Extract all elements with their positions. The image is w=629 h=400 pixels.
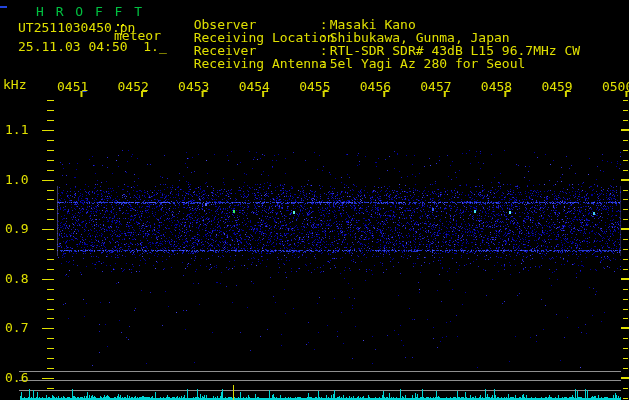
- time-label-0453: 0453: [178, 80, 209, 94]
- freq-label-1.0: 1.0: [5, 173, 39, 187]
- freq-axis-unit-label: kHz: [3, 78, 26, 92]
- hrofft-screen: { "app": { "name": "HROFFT spectrogram v…: [0, 0, 629, 400]
- time-label-0455: 0455: [299, 80, 330, 94]
- info-row-antenna: Receiving Antenna:5el Yagi Az 280 for Se…: [178, 43, 525, 71]
- freq-label-1.1: 1.1: [5, 123, 39, 137]
- time-label-0456: 0456: [360, 80, 391, 94]
- time-label-0451: 0451: [57, 80, 88, 94]
- freq-label-0.7: 0.7: [5, 321, 39, 335]
- info-separator: :: [320, 57, 330, 71]
- time-label-0452: 0452: [118, 80, 149, 94]
- datetime-counter-line: 25.11.03 04:50 1._: [18, 40, 167, 54]
- app-title: H R O F F T: [36, 5, 144, 19]
- time-label-0458: 0458: [481, 80, 512, 94]
- time-label-0454: 0454: [239, 80, 270, 94]
- freq-label-0.9: 0.9: [5, 222, 39, 236]
- time-label-0459: 0459: [541, 80, 572, 94]
- freq-label-0.6: 0.6: [5, 371, 39, 385]
- time-label-0500: 0500: [602, 80, 629, 94]
- time-label-0457: 0457: [420, 80, 451, 94]
- info-label: Receiving Antenna: [194, 57, 320, 71]
- info-value: 5el Yagi Az 280 for Seoul: [330, 56, 526, 71]
- freq-label-0.8: 0.8: [5, 272, 39, 286]
